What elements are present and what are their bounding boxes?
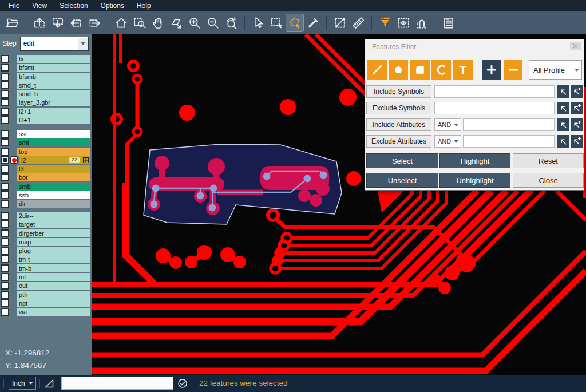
layer-row-plug[interactable]: plug: [0, 247, 90, 255]
pick-icon[interactable]: [557, 118, 569, 131]
layer-checkbox[interactable]: [1, 73, 9, 81]
layer-checkbox[interactable]: [1, 130, 9, 138]
highlight-button[interactable]: Highlight: [440, 153, 510, 168]
apply-sync-icon[interactable]: [177, 378, 188, 391]
layer-row-sst[interactable]: sst: [0, 130, 90, 138]
add-filter-button[interactable]: [482, 60, 501, 80]
layer-row-bfsmb[interactable]: bfsmb: [0, 73, 90, 81]
layer-row-ssb[interactable]: ssb: [0, 191, 90, 199]
layer-checkbox[interactable]: [1, 273, 9, 281]
layer-row-l2+1[interactable]: l2+1: [0, 108, 90, 116]
include-symbols-field[interactable]: [434, 85, 555, 98]
layer-checkbox[interactable]: [1, 212, 9, 220]
pick-icon[interactable]: [557, 85, 569, 98]
layer-row-smd_b[interactable]: smd_b: [0, 90, 90, 98]
include-attributes-button[interactable]: Include Attributes: [366, 118, 431, 131]
menu-help[interactable]: Help: [130, 2, 157, 10]
home-view-icon[interactable]: [113, 14, 130, 31]
line-tool-button[interactable]: [367, 60, 387, 80]
layer-checkbox[interactable]: [1, 238, 9, 246]
pan-hand-icon[interactable]: [149, 14, 167, 31]
operator-select[interactable]: AND: [434, 118, 461, 131]
remove-filter-button[interactable]: [504, 60, 522, 80]
layer-checkbox[interactable]: [1, 229, 9, 237]
layer-row-2dir--[interactable]: 2dir--: [0, 212, 90, 220]
layer-row-dirgerber[interactable]: dirgerber: [0, 229, 90, 237]
measure-distance-icon[interactable]: [331, 14, 349, 31]
operator-select[interactable]: AND: [434, 135, 461, 148]
layer-row-smd_t[interactable]: smd_t: [0, 81, 90, 89]
profile-select[interactable]: All Profile: [529, 60, 582, 80]
layer-checkbox[interactable]: [1, 299, 9, 307]
layer-checkbox[interactable]: [1, 55, 9, 63]
layer-row-smt[interactable]: smt: [0, 138, 90, 146]
layer-row-l3[interactable]: l3: [0, 165, 90, 173]
pick-add-icon[interactable]: [571, 102, 583, 114]
snap-icon[interactable]: [413, 14, 430, 31]
layer-checkbox[interactable]: [1, 291, 9, 299]
layer-row-mt[interactable]: mt: [0, 273, 90, 281]
open-folder-icon[interactable]: [4, 14, 21, 31]
layer-row-map[interactable]: map: [0, 238, 90, 246]
polygon-select-icon[interactable]: [286, 14, 303, 31]
move-left-icon[interactable]: [68, 14, 85, 31]
layer-row-pth[interactable]: pth: [0, 291, 90, 299]
layer-checkbox[interactable]: [1, 116, 9, 124]
layer-checkbox[interactable]: [1, 156, 9, 164]
zoom-previous-icon[interactable]: [223, 14, 240, 31]
layer-checkbox[interactable]: [1, 183, 9, 191]
layer-row-bfsmt[interactable]: bfsmt: [0, 64, 90, 72]
rectangle-select-icon[interactable]: [268, 14, 285, 31]
view-inside-icon[interactable]: [395, 14, 412, 31]
layer-checkbox[interactable]: [1, 108, 9, 116]
pointer-icon[interactable]: [250, 14, 267, 31]
exclude-attributes-button[interactable]: Exclude Attributes: [366, 135, 431, 148]
include-attributes-field[interactable]: [463, 118, 555, 131]
layer-checkbox[interactable]: [1, 200, 9, 208]
menu-options[interactable]: Options: [94, 2, 130, 10]
layer-checkbox[interactable]: [1, 308, 9, 316]
unhighlight-button[interactable]: Unhighlight: [440, 173, 510, 188]
layer-checkbox[interactable]: [1, 90, 9, 98]
unit-select[interactable]: Inch: [9, 377, 36, 390]
pick-icon[interactable]: [557, 135, 569, 148]
layer-row-tm-t[interactable]: tm-t: [0, 255, 90, 263]
zoom-selection-icon[interactable]: [168, 14, 185, 31]
layer-row-out[interactable]: out: [0, 282, 90, 290]
zoom-out-icon[interactable]: [204, 14, 221, 31]
pick-add-icon[interactable]: [571, 135, 583, 148]
close-button[interactable]: Close: [513, 173, 584, 188]
zoom-window-icon[interactable]: [131, 14, 148, 31]
zoom-in-icon[interactable]: [186, 14, 203, 31]
reset-button[interactable]: Reset: [513, 153, 584, 168]
layer-row-target[interactable]: target: [0, 220, 90, 228]
pick-add-icon[interactable]: [571, 118, 583, 131]
grid-icon[interactable]: [83, 157, 89, 163]
angle-mode-icon[interactable]: [43, 378, 55, 391]
layer-row-tm-b[interactable]: tm-b: [0, 264, 90, 272]
layer-checkbox[interactable]: [1, 98, 9, 106]
move-down-icon[interactable]: [49, 14, 66, 31]
ruler-icon[interactable]: [350, 14, 367, 31]
layer-checkbox[interactable]: [1, 191, 9, 199]
menu-view[interactable]: View: [26, 2, 53, 10]
select-button[interactable]: Select: [366, 153, 438, 168]
exclude-symbols-field[interactable]: [434, 102, 555, 114]
step-select[interactable]: edit: [20, 37, 89, 51]
layer-checkbox[interactable]: [1, 255, 9, 263]
pick-icon[interactable]: [557, 102, 569, 114]
features-filter-icon[interactable]: [377, 14, 394, 31]
layer-row-dir[interactable]: dir: [0, 200, 90, 208]
exclude-symbols-button[interactable]: Exclude Symbols: [366, 102, 431, 114]
layer-checkbox[interactable]: [1, 64, 9, 72]
pick-add-icon[interactable]: [571, 85, 583, 98]
layer-checkbox[interactable]: [1, 247, 9, 255]
text-tool-button[interactable]: T: [453, 60, 473, 80]
pad-tool-button[interactable]: [389, 60, 408, 80]
layer-row-bot[interactable]: bot: [0, 173, 90, 181]
layer-checkbox[interactable]: [1, 173, 9, 181]
chevron-down-icon[interactable]: [78, 38, 88, 50]
layer-checkbox[interactable]: [1, 165, 9, 173]
arc-tool-button[interactable]: [431, 60, 451, 80]
move-right-icon[interactable]: [86, 14, 103, 31]
